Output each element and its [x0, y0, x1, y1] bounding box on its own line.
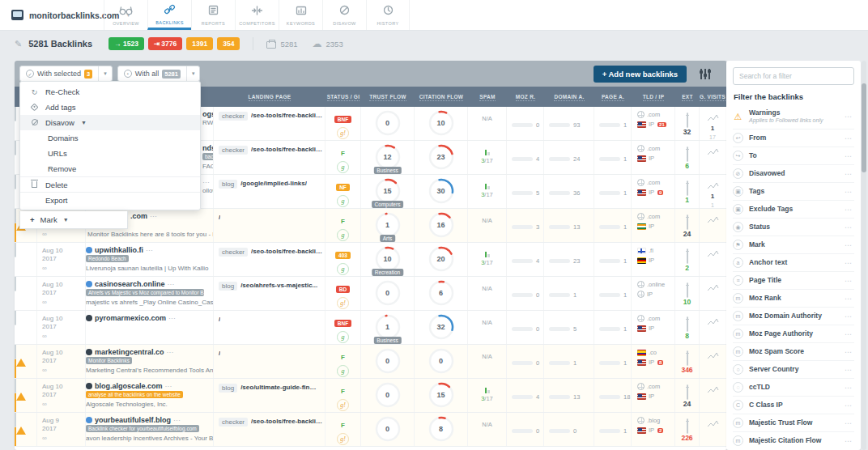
menu-item-re-check[interactable]: ↻Re-Check [20, 84, 200, 100]
filter-search-input[interactable] [733, 67, 854, 85]
filter-options-dots[interactable]: ⋯ [845, 295, 853, 303]
domain-link[interactable]: .com [130, 212, 147, 220]
tab-competitors[interactable]: COMPETITORS [235, 0, 279, 30]
add-new-backlinks-button[interactable]: + Add new backlinks [594, 66, 687, 83]
link-icon[interactable]: ∞ [42, 231, 85, 239]
summary-badge[interactable]: 1391 [186, 37, 213, 50]
summary-badge[interactable]: ⇥ 3776 [148, 37, 182, 50]
filter-options-dots[interactable]: ⋯ [845, 134, 853, 142]
domain-link[interactable]: ndsupply.com [202, 144, 214, 152]
row-checkbox[interactable] [15, 311, 16, 325]
row-checkbox[interactable] [15, 243, 16, 257]
landing-path-link[interactable]: /seo-tools/free-backlink-chec... [251, 418, 325, 425]
filter-options-dots[interactable]: ⋯ [845, 241, 853, 249]
tab-overview[interactable]: OVERVIEW [104, 0, 147, 30]
filter-item-warnings[interactable]: ⚠WarningsApplies to Followed links only⋯ [733, 104, 854, 129]
filter-options-dots[interactable]: ⋯ [845, 277, 853, 285]
backlink-tag-badge[interactable]: Ahrefs vs Majestic vs Moz compared to Mo… [86, 289, 204, 296]
menu-item-disavow[interactable]: Disavow ▼ [20, 115, 200, 130]
column-header-tld-ip[interactable]: TLD / IP [632, 94, 675, 100]
tab-reports[interactable]: REPORTS [191, 0, 235, 30]
filter-options-dots[interactable]: ⋯ [845, 437, 853, 445]
filter-options-dots[interactable]: ⋯ [845, 112, 853, 121]
column-header-domain-a-[interactable]: DOMAIN A. [544, 94, 594, 100]
filter-options-dots[interactable]: ⋯ [845, 384, 853, 392]
column-header-moz-r-[interactable]: MOZ R. [507, 94, 544, 100]
domain-link[interactable]: marketingcentral.co [95, 348, 164, 356]
filter-options-dots[interactable]: ⋯ [845, 366, 853, 374]
filter-item-majestic-citation-flow[interactable]: mMajestic Citation Flow⋯ [733, 431, 854, 449]
filter-item-to[interactable]: ↪To⋯ [733, 146, 854, 164]
menu-item-add-tags[interactable]: Add tags [20, 100, 200, 115]
filter-item-moz-page-authority[interactable]: mMoz Page Authority⋯ [733, 325, 854, 342]
filter-options-dots[interactable]: ⋯ [845, 348, 853, 356]
menu-item-urls[interactable]: URLs [20, 146, 200, 161]
landing-path-link[interactable]: /seo/ahrefs-vs-majestic... [240, 282, 317, 289]
with-all-button[interactable]: •With all5281 ▾ [117, 66, 201, 82]
filter-item-moz-domain-authority[interactable]: mMoz Domain Authority⋯ [733, 307, 854, 325]
backlink-tag-badge[interactable]: analyse all the backlinks on the website [86, 391, 183, 398]
row-more-dots[interactable]: ⋯ [202, 178, 211, 186]
landing-path-link[interactable]: /seo/ultimate-guide-find-bad-goo... [240, 384, 318, 391]
filter-item-status[interactable]: ◉Status⋯ [733, 218, 854, 236]
filter-item-tags[interactable]: ▣Tags⋯ [733, 182, 854, 200]
tab-backlinks[interactable]: BACKLINKS [147, 0, 191, 30]
filter-options-dots[interactable]: ⋯ [845, 223, 853, 231]
filter-item-from[interactable]: ↩From⋯ [733, 129, 854, 146]
backlink-tag-badge[interactable]: Backlink checker for yourbeautifulselfbl… [86, 425, 199, 432]
tab-history[interactable]: HISTORY [366, 0, 410, 30]
edit-pencil-icon[interactable]: ✎ [15, 39, 22, 49]
backlink-tag-badge[interactable]: Redondo Beach [86, 255, 129, 262]
landing-path-link[interactable]: / [219, 350, 220, 357]
menu-item-remove[interactable]: Remove [20, 161, 200, 176]
filter-options-dots[interactable]: ⋯ [845, 312, 853, 321]
column-header-spam[interactable]: SPAM [468, 94, 507, 100]
landing-path-link[interactable]: / [219, 214, 220, 221]
landing-path-link[interactable]: /seo-tools/free-backlink-chec... [251, 248, 325, 255]
filter-item-mark[interactable]: ⚑Mark⋯ [733, 236, 854, 253]
filter-item-exclude-tags[interactable]: ▣Exclude Tags⋯ [733, 200, 854, 218]
link-icon[interactable]: ∞ [42, 435, 85, 443]
row-more-dots[interactable]: ⋯ [168, 314, 177, 322]
filter-options-dots[interactable]: ⋯ [845, 170, 853, 178]
domain-link[interactable]: pyromarmexico.com [95, 314, 166, 322]
domain-link[interactable]: blog.algoscale.com [95, 382, 163, 390]
filter-item-moz-rank[interactable]: mMoz Rank⋯ [733, 289, 854, 307]
filter-item-c-class-ip[interactable]: CC Class IP⋯ [733, 396, 854, 414]
menu-item-delete[interactable]: Delete [20, 176, 200, 192]
summary-badge[interactable]: 354 [217, 37, 240, 50]
landing-path-link[interactable]: /seo-tools/free-backlink-chec... [251, 112, 325, 119]
row-checkbox[interactable] [15, 175, 16, 189]
filter-options-dots[interactable]: ⋯ [845, 401, 853, 410]
filter-item-majestic-trust-flow[interactable]: mMajestic Trust Flow⋯ [733, 414, 854, 431]
domain-link[interactable]: yourbeautifulself.blog [95, 416, 171, 424]
landing-path-link[interactable]: / [219, 316, 220, 323]
column-header-ext[interactable]: EXT [675, 94, 700, 100]
app-logo[interactable]: monitorbacklinks.com ▾ [0, 0, 104, 30]
filter-options-dots[interactable]: ⋯ [845, 152, 853, 160]
backlink-tag-badge[interactable]: backlinkhardwaresupply.com [202, 153, 214, 160]
filter-item-server-country[interactable]: ○Server Country⋯ [733, 360, 854, 378]
warning-triangle-icon[interactable] [16, 345, 26, 367]
filter-options-dots[interactable]: ⋯ [845, 188, 853, 196]
column-header-citation-flow[interactable]: CITATION FLOW [415, 94, 468, 100]
row-more-dots[interactable]: ⋯ [168, 280, 176, 288]
column-header-trust-flow[interactable]: TRUST FLOW [361, 94, 415, 100]
scrollbar-thumb[interactable] [862, 83, 866, 172]
landing-path-link[interactable]: /google/implied-links/ [240, 180, 307, 187]
tab-disavow[interactable]: DISAVOW [322, 0, 366, 30]
filter-options-dots[interactable]: ⋯ [845, 419, 853, 427]
filter-item-anchor-text[interactable]: aAnchor text⋯ [733, 253, 854, 271]
with-selected-button[interactable]: ✓With selected3 ▾ [19, 66, 113, 82]
domain-link[interactable]: casinosearch.online [95, 280, 165, 288]
column-header-landing-page[interactable]: LANDING PAGE [214, 94, 326, 100]
link-icon[interactable]: ∞ [42, 333, 85, 341]
domain-link[interactable]: upwithkallio.fi [95, 246, 143, 254]
row-more-dots[interactable]: ⋯ [146, 246, 154, 254]
link-icon[interactable]: ∞ [42, 299, 85, 307]
filter-options-dots[interactable]: ⋯ [845, 330, 853, 338]
link-icon[interactable]: ∞ [42, 367, 85, 375]
filter-options-dots[interactable]: ⋯ [845, 259, 853, 267]
warning-triangle-icon[interactable] [16, 379, 26, 401]
row-checkbox[interactable] [15, 107, 16, 121]
